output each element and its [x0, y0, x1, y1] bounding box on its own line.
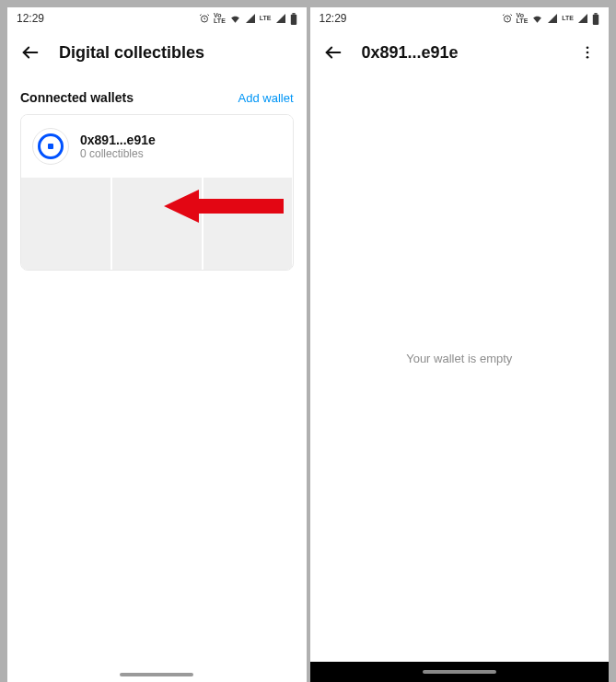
content-area: Connected wallets Add wallet 0x891...e91… — [7, 75, 307, 682]
wallet-avatar — [32, 128, 69, 165]
svg-rect-1 — [292, 13, 295, 15]
more-options-button[interactable] — [579, 44, 596, 61]
svg-rect-9 — [594, 13, 597, 15]
nav-handle[interactable] — [423, 670, 496, 674]
add-wallet-button[interactable]: Add wallet — [238, 91, 294, 105]
svg-rect-10 — [593, 14, 599, 24]
coinbase-icon — [38, 133, 64, 159]
arrow-left-icon — [20, 42, 41, 63]
battery-icon — [592, 13, 599, 25]
signal-icon-2 — [275, 13, 286, 24]
signal-icon-1 — [245, 13, 256, 24]
collectible-slot — [21, 178, 110, 270]
section-label: Connected wallets — [20, 90, 134, 105]
status-icons: VoLTE LTE — [199, 13, 296, 25]
svg-point-14 — [587, 56, 589, 59]
lte-label: LTE — [260, 16, 272, 21]
status-icons: VoLTE LTE — [502, 13, 599, 25]
page-title: Digital collectibles — [59, 43, 204, 63]
wifi-icon — [229, 13, 241, 25]
empty-wallet-message: Your wallet is empty — [310, 352, 610, 365]
volte-icon: VoLTE — [517, 13, 529, 25]
collectibles-grid — [21, 178, 293, 270]
nav-handle[interactable] — [120, 673, 193, 676]
wallet-row[interactable]: 0x891...e91e 0 collectibles — [21, 115, 293, 178]
wifi-icon — [531, 13, 543, 25]
status-bar: 12:29 VoLTE LTE — [310, 7, 610, 29]
back-button[interactable] — [323, 42, 343, 63]
wallet-subtitle: 0 collectibles — [80, 147, 156, 160]
app-bar: 0x891...e91e — [310, 29, 610, 75]
signal-icon-1 — [547, 13, 558, 24]
battery-icon — [290, 13, 297, 25]
alarm-icon — [199, 13, 210, 24]
screen-wallet-detail: 12:29 VoLTE LTE 0x891...e91e Your wallet… — [310, 7, 610, 682]
collectible-slot — [203, 178, 293, 270]
more-vertical-icon — [579, 44, 596, 61]
status-time: 12:29 — [17, 12, 44, 25]
page-title: 0x891...e91e — [362, 43, 459, 63]
collectible-slot — [112, 178, 202, 270]
arrow-left-icon — [323, 42, 343, 63]
content-area: Your wallet is empty — [310, 75, 610, 682]
svg-point-13 — [587, 52, 589, 54]
lte-label: LTE — [562, 16, 574, 21]
volte-icon: VoLTE — [214, 13, 226, 25]
wallet-address: 0x891...e91e — [80, 133, 156, 147]
wallet-text: 0x891...e91e 0 collectibles — [80, 133, 156, 160]
nav-bar — [310, 662, 610, 682]
signal-icon-2 — [577, 13, 588, 24]
app-bar: Digital collectibles — [7, 29, 307, 75]
status-time: 12:29 — [320, 12, 347, 25]
connected-wallets-header: Connected wallets Add wallet — [20, 75, 294, 114]
status-bar: 12:29 VoLTE LTE — [7, 7, 307, 29]
svg-rect-2 — [290, 14, 296, 24]
svg-rect-6 — [48, 144, 53, 149]
back-button[interactable] — [20, 42, 41, 63]
screen-digital-collectibles: 12:29 VoLTE LTE Digital collectibles Con… — [7, 7, 307, 682]
svg-point-12 — [587, 46, 589, 49]
alarm-icon — [502, 13, 513, 24]
wallet-card[interactable]: 0x891...e91e 0 collectibles — [20, 114, 294, 271]
